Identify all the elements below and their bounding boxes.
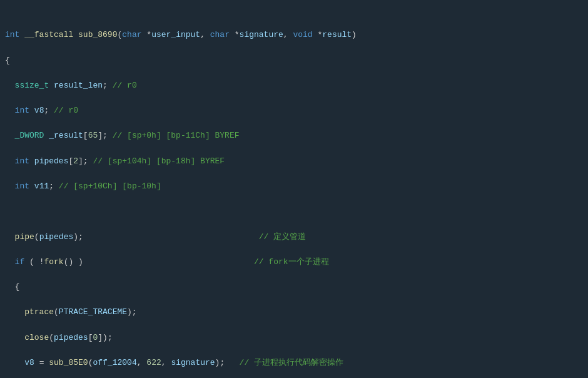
line-11: { [5, 281, 583, 294]
line-14: v8 = sub_85E0(off_12004, 622, signature)… [5, 357, 583, 369]
line-4: int v8; // r0 [5, 105, 583, 117]
line-10: if ( !fork() ) // fork一个子进程 [5, 256, 583, 268]
line-12: ptrace(PTRACE_TRACEME); [5, 306, 583, 319]
code-container: int __fastcall sub_8690(char *user_input… [0, 0, 588, 378]
line-5: _DWORD _result[65]; // [sp+0h] [bp-11Ch]… [5, 130, 583, 142]
line-7: int v11; // [sp+10Ch] [bp-10h] [5, 180, 583, 193]
line-8 [5, 205, 583, 218]
line-1: int __fastcall sub_8690(char *user_input… [5, 29, 583, 41]
line-3: ssize_t result_len; // r0 [5, 79, 583, 92]
line-13: close(pipedes[0]); [5, 332, 583, 344]
line-9: pipe(pipedes); // 定义管道 [5, 231, 583, 243]
line-2: { [5, 54, 583, 67]
line-6: int pipedes[2]; // [sp+104h] [bp-18h] BY… [5, 155, 583, 168]
